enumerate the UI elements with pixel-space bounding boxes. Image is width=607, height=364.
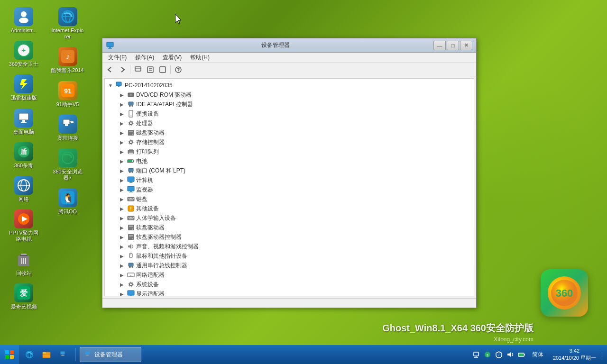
expand-icon-device[interactable]: ▶ bbox=[118, 167, 126, 174]
icon-label-pptv: PPTV聚力网络电视 bbox=[7, 230, 40, 242]
desktop-icon-ie[interactable]: Internet Explorer bbox=[49, 5, 87, 42]
tree-device-item[interactable]: ▶ 声音、视频和游戏控制器 bbox=[105, 242, 474, 251]
tray-show-desktop[interactable] bbox=[602, 350, 605, 359]
menu-file[interactable]: 文件(F) bbox=[104, 53, 130, 63]
menu-help[interactable]: 帮助(H) bbox=[186, 53, 213, 63]
toolbar-back[interactable] bbox=[104, 64, 116, 75]
desktop-icon-thunder[interactable]: 迅雷极速版 bbox=[5, 72, 43, 103]
maximize-button[interactable]: □ bbox=[447, 41, 459, 50]
close-button[interactable]: ✕ bbox=[460, 41, 472, 50]
desktop-icon-360kill[interactable]: 盾 360杀毒 bbox=[5, 140, 43, 171]
tree-device-item[interactable]: ▶ 系统设备 bbox=[105, 280, 474, 289]
expand-icon-device[interactable]: ▶ bbox=[118, 214, 126, 222]
desktop-icon-broadband[interactable]: 宽带连接 bbox=[49, 112, 87, 144]
tree-device-item[interactable]: ▶ 处理器 bbox=[105, 118, 474, 128]
tree-device-item[interactable]: ▶ DVD/CD-ROM 驱动器 bbox=[105, 90, 474, 100]
taskbar-ie-quick[interactable] bbox=[21, 346, 37, 363]
desktop-icon-desktop-pc[interactable]: 桌面电脑 bbox=[5, 106, 43, 137]
expand-icon-device[interactable]: ▶ bbox=[118, 271, 126, 279]
tray-icon-battery[interactable] bbox=[517, 350, 526, 359]
expand-icon-device[interactable]: ▶ bbox=[118, 290, 126, 296]
expand-icon-device[interactable]: ▶ bbox=[118, 176, 126, 184]
expand-icon-device[interactable]: ▶ bbox=[118, 157, 126, 165]
big-360-app-icon[interactable]: 360 bbox=[541, 269, 588, 317]
tree-device-item[interactable]: ▶ 存储控制器 bbox=[105, 137, 474, 147]
toolbar-refresh[interactable] bbox=[157, 64, 168, 75]
tree-device-item[interactable]: ▶ 监视器 bbox=[105, 185, 474, 194]
device-tree[interactable]: ▼ PC-201410202035 ▶ bbox=[104, 78, 474, 296]
expand-icon-device[interactable]: ▶ bbox=[118, 110, 126, 118]
desktop-icon-iqiyi[interactable]: 爱 爱奇艺视频 bbox=[5, 281, 43, 312]
desktop-icon-360security[interactable]: + 360安全卫士 bbox=[5, 38, 43, 70]
expand-icon-device[interactable]: ▶ bbox=[118, 186, 126, 193]
expand-icon-device[interactable]: ▶ bbox=[118, 252, 126, 260]
expand-icon-device[interactable]: ▶ bbox=[118, 281, 126, 288]
expand-icon-device[interactable]: ▶ bbox=[118, 243, 126, 250]
tree-device-item[interactable]: ▶ 便携设备 bbox=[105, 109, 474, 118]
tray-icon-360[interactable]: 3 bbox=[483, 350, 492, 359]
tray-icon-volume[interactable] bbox=[506, 350, 515, 359]
taskbar-clock[interactable]: 3:42 2014/10/20 星期一 bbox=[549, 345, 600, 364]
clock-date: 2014/10/20 星期一 bbox=[553, 355, 596, 362]
tree-device-item[interactable]: ▶ 人体学输入设备 bbox=[105, 213, 474, 223]
expand-icon-device[interactable]: ▶ bbox=[118, 119, 126, 127]
tree-device-item[interactable]: ▶ 鼠标和其他指针设备 bbox=[105, 251, 474, 261]
device-icon bbox=[127, 186, 135, 193]
tree-device-item[interactable]: ▶ IDE ATA/ATAPI 控制器 bbox=[105, 100, 474, 109]
expand-icon-device[interactable]: ▶ bbox=[118, 233, 126, 241]
expand-icon-device[interactable]: ▶ bbox=[118, 100, 126, 108]
tree-device-item[interactable]: ▶ 通用串行总线控制器 bbox=[105, 261, 474, 270]
expand-icon-device[interactable]: ▶ bbox=[118, 195, 126, 203]
tree-device-item[interactable]: ▶ 键盘 bbox=[105, 194, 474, 204]
expand-icon-device[interactable]: ▶ bbox=[118, 129, 126, 136]
svg-rect-87 bbox=[133, 198, 134, 199]
tree-device-item[interactable]: ▶ 电池 bbox=[105, 156, 474, 166]
tree-device-item[interactable]: ▶ ! 其他设备 bbox=[105, 204, 474, 213]
desktop-icon-qq[interactable]: 🐧 腾讯QQ bbox=[49, 186, 87, 217]
toolbar-help[interactable] bbox=[173, 64, 184, 75]
tree-root-item[interactable]: ▼ PC-201410202035 bbox=[105, 81, 474, 90]
toolbar-up[interactable] bbox=[132, 64, 144, 75]
desktop-icon-360browser[interactable]: 360安全浏览器7 bbox=[49, 146, 87, 183]
desktop-icon-admin[interactable]: Administr... bbox=[5, 5, 43, 36]
tree-device-item[interactable]: ▶ 显示适配器 bbox=[105, 289, 474, 296]
svg-rect-121 bbox=[10, 355, 14, 359]
menu-view[interactable]: 查看(V) bbox=[159, 53, 185, 63]
taskbar-lang[interactable]: 简体 bbox=[528, 345, 547, 364]
tree-device-item[interactable]: ▶ 端口 (COM 和 LPT) bbox=[105, 166, 474, 175]
tree-device-item[interactable]: ▶ 计算机 bbox=[105, 175, 474, 185]
expand-icon-device[interactable]: ▶ bbox=[118, 138, 126, 146]
desktop-icon-music[interactable]: ♪ 酷我音乐2014 bbox=[49, 45, 87, 76]
desktop-icon-pptv[interactable]: PPTV聚力网络电视 bbox=[5, 207, 43, 245]
window-titlebar[interactable]: 设备管理器 — □ ✕ bbox=[102, 38, 476, 53]
expand-icon-root[interactable]: ▼ bbox=[107, 82, 114, 89]
icon-label-music: 酷我音乐2014 bbox=[51, 67, 83, 73]
expand-icon-device[interactable]: ▶ bbox=[118, 91, 126, 99]
minimize-button[interactable]: — bbox=[433, 41, 446, 50]
tree-device-item[interactable]: ▶ 网络适配器 bbox=[105, 270, 474, 280]
toolbar-prop[interactable] bbox=[145, 64, 156, 75]
svg-rect-73 bbox=[129, 168, 133, 172]
tree-device-item[interactable]: ▶ 磁盘驱动器 bbox=[105, 128, 474, 137]
tray-icon-shield[interactable]: ✓ bbox=[494, 350, 504, 359]
tray-icon-network[interactable] bbox=[471, 350, 481, 359]
toolbar-forward[interactable] bbox=[117, 64, 128, 75]
svg-rect-37 bbox=[107, 42, 113, 47]
expand-icon-device[interactable]: ▶ bbox=[118, 205, 126, 212]
svg-text:!: ! bbox=[130, 206, 131, 211]
desktop-icon-recycle[interactable]: 回收站 bbox=[5, 247, 43, 279]
start-button[interactable] bbox=[0, 345, 19, 364]
taskbar-devmgr-quick[interactable] bbox=[55, 346, 72, 363]
taskbar-item-devmgr[interactable]: 设备管理器 bbox=[80, 347, 141, 362]
expand-icon-device[interactable]: ▶ bbox=[118, 148, 126, 155]
desktop-icon-network[interactable]: 网络 bbox=[5, 173, 43, 205]
desktop-icon-91[interactable]: 91 91助手V5 bbox=[49, 79, 87, 110]
tree-device-item[interactable]: ▶ 软盘驱动器控制器 bbox=[105, 232, 474, 242]
tree-device-item[interactable]: ▶ 打印队列 bbox=[105, 147, 474, 156]
expand-icon-device[interactable]: ▶ bbox=[118, 262, 126, 269]
taskbar-explorer-quick[interactable] bbox=[38, 346, 55, 363]
tree-device-item[interactable]: ▶ 软盘驱动器 bbox=[105, 223, 474, 232]
menu-action[interactable]: 操作(A) bbox=[131, 53, 158, 63]
device-icon bbox=[127, 100, 135, 108]
expand-icon-device[interactable]: ▶ bbox=[118, 224, 126, 231]
